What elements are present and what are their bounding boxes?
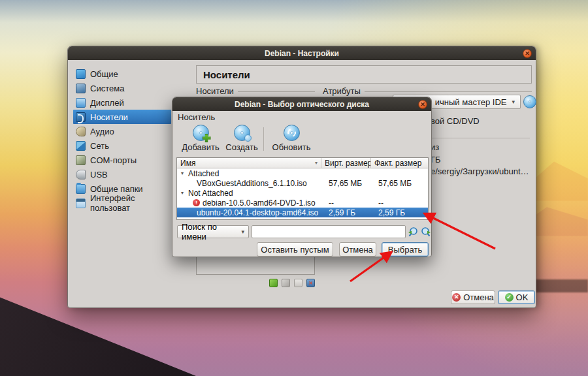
settings-window-title: Debian - Настройки [265, 49, 339, 58]
window-icon [76, 198, 86, 208]
sidebar-item-label: Сеть [90, 141, 109, 151]
sidebar-item-label: Интерфейс пользоват [90, 193, 171, 213]
add-disk-button[interactable]: Добавить [180, 125, 221, 152]
chooser-titlebar[interactable]: Debian - Выбор оптического диска ✕ [172, 97, 431, 111]
search-next-icon[interactable] [420, 227, 431, 238]
info-size-line: ГБ [431, 155, 441, 164]
chooser-title: Debian - Выбор оптического диска [235, 100, 369, 109]
search-input[interactable] [252, 225, 406, 238]
refresh-label: Обновить [272, 142, 311, 152]
usb-icon [76, 170, 86, 180]
table-row-vbox-additions[interactable]: VBoxGuestAdditions_6.1.10.iso 57,65 МБ 5… [177, 178, 428, 188]
menu-media[interactable]: Носитель [178, 112, 215, 122]
sidebar-item-serial-ports[interactable]: COM-порты [73, 153, 171, 167]
table-row-attached-group[interactable]: ▾ Attached [177, 168, 428, 178]
live-cd-checkbox-label[interactable]: вой CD/DVD [431, 116, 480, 126]
error-icon: ! [193, 199, 200, 206]
slot-dropdown-value: ичный мастер IDE [435, 97, 507, 107]
chevron-down-icon: ▾ [241, 228, 244, 235]
sidebar-item-label: Система [90, 84, 124, 93]
close-icon[interactable]: ✕ [418, 100, 427, 109]
page-title-frame: Носители [196, 65, 532, 84]
storage-tree-toolbar [269, 279, 315, 287]
sidebar-item-label: Носители [90, 112, 128, 122]
general-icon [76, 69, 86, 79]
sidebar-item-display[interactable]: Дисплей [73, 95, 171, 110]
table-row-ubuntu-iso[interactable]: ubuntu-20.04.1-desktop-amd64.iso 2,59 ГБ… [177, 208, 428, 217]
network-icon [76, 141, 86, 151]
disk-chooser-dialog: Debian - Выбор оптического диска ✕ Носит… [172, 97, 432, 257]
table-row-not-attached-group[interactable]: ▾ Not Attached [177, 188, 428, 198]
column-header-virtual-size[interactable]: Вирт. размер [321, 158, 371, 168]
column-header-name[interactable]: Имя ▾ [177, 158, 321, 168]
ok-label: OK [516, 292, 529, 302]
disc-create-icon [234, 125, 250, 141]
toolbar-separator [263, 127, 264, 151]
refresh-icon [286, 127, 297, 138]
media-group-label: Носители [196, 86, 315, 96]
chevron-down-icon: ▾ [512, 99, 515, 105]
storage-icon [76, 112, 86, 122]
serial-port-icon [76, 155, 86, 165]
remove-attachment-icon[interactable] [306, 279, 315, 287]
disc-refresh-icon [284, 125, 300, 141]
sidebar-item-label: Общие [90, 69, 118, 79]
new-disc-icon [244, 134, 252, 142]
media-table-header: Имя ▾ Вирт. размер Факт. размер [177, 158, 428, 168]
divider [430, 138, 530, 138]
sidebar-item-user-interface[interactable]: Интерфейс пользоват [73, 196, 171, 210]
optical-disk-menu-icon[interactable] [523, 95, 536, 108]
chooser-cancel-button[interactable]: Отмена [339, 242, 376, 257]
sidebar-item-system[interactable]: Система [73, 81, 171, 95]
choose-button[interactable]: Выбрать [382, 242, 429, 257]
divider [365, 91, 532, 92]
branch-open-icon[interactable]: ▾ [179, 190, 186, 196]
settings-sidebar: Общие Система Дисплей Носители Аудио Сет… [73, 67, 171, 210]
sort-icon: ▾ [315, 160, 318, 166]
sidebar-item-network[interactable]: Сеть [73, 138, 171, 153]
add-label: Добавить [182, 142, 219, 152]
folder-icon [76, 184, 86, 194]
system-icon [76, 84, 86, 93]
search-row: Поиск по имени ▾ [172, 225, 431, 238]
cancel-button[interactable]: ✕ Отмена [451, 290, 495, 304]
audio-icon [76, 127, 86, 136]
branch-open-icon[interactable]: ▾ [179, 170, 186, 176]
divider [238, 91, 315, 92]
leave-empty-button[interactable]: Оставить пустым [257, 242, 333, 257]
sidebar-item-label: Аудио [90, 127, 114, 136]
chooser-toolbar: Добавить Создать Обновить [172, 123, 431, 155]
ok-button[interactable]: ✓ OK [498, 290, 535, 304]
settings-titlebar[interactable]: Debian - Настройки ✕ [68, 46, 536, 60]
add-controller-icon[interactable] [269, 279, 278, 287]
sidebar-item-label: Дисплей [90, 98, 124, 108]
plus-icon [203, 134, 211, 142]
disc-add-icon [193, 125, 209, 141]
media-table: Имя ▾ Вирт. размер Факт. размер ▾ Attach… [176, 157, 429, 220]
sidebar-item-audio[interactable]: Аудио [73, 124, 171, 138]
chooser-menubar: Носитель [172, 111, 431, 123]
remove-controller-icon[interactable] [282, 279, 290, 287]
sidebar-item-label: USB [90, 170, 108, 180]
cancel-icon: ✕ [452, 293, 461, 302]
create-disk-button[interactable]: Создать [225, 125, 259, 152]
sidebar-item-storage[interactable]: Носители [73, 110, 171, 124]
page-title: Носители [203, 69, 250, 80]
sidebar-item-usb[interactable]: USB [73, 167, 171, 181]
cancel-label: Отмена [463, 292, 494, 302]
add-attachment-icon[interactable] [294, 279, 302, 287]
sidebar-item-label: COM-порты [90, 155, 137, 165]
table-row-debian-iso[interactable]: ! debian-10.5.0-amd64-DVD-1.iso -- -- [177, 198, 428, 208]
ok-icon: ✓ [505, 293, 514, 302]
info-location-line: e/sergiy/Загрузки/ubunt… [431, 166, 530, 176]
search-type-dropdown[interactable]: Поиск по имени ▾ [177, 225, 249, 238]
column-header-actual-size[interactable]: Факт. размер [371, 158, 428, 168]
close-icon[interactable]: ✕ [523, 49, 532, 58]
sidebar-item-general[interactable]: Общие [73, 67, 171, 81]
search-type-value: Поиск по имени [182, 222, 241, 242]
display-icon [76, 98, 86, 108]
sidebar-item-label: Общие папки [90, 184, 143, 194]
search-previous-icon[interactable] [408, 227, 419, 238]
create-label: Создать [225, 142, 257, 152]
refresh-button[interactable]: Обновить [272, 125, 311, 152]
